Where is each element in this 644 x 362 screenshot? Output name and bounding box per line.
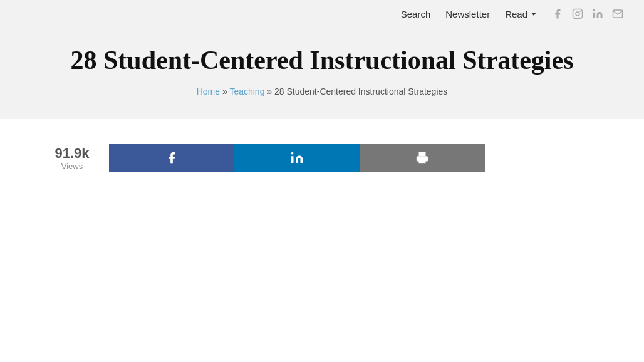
- svg-rect-7: [419, 159, 426, 163]
- breadcrumb-teaching[interactable]: Teaching: [229, 86, 264, 96]
- linkedin-share-icon: [290, 151, 304, 165]
- svg-point-2: [579, 11, 581, 12]
- facebook-icon[interactable]: [551, 8, 564, 20]
- svg-rect-5: [291, 157, 294, 163]
- content-area: 91.9k Views: [0, 119, 644, 357]
- svg-rect-3: [593, 13, 595, 18]
- svg-rect-0: [573, 9, 583, 19]
- views-label: Views: [61, 162, 83, 171]
- social-icons-group: [551, 8, 624, 20]
- share-buttons-group: [109, 144, 485, 172]
- print-icon: [415, 151, 429, 165]
- search-nav-link[interactable]: Search: [401, 9, 431, 19]
- breadcrumb: Home » Teaching » 28 Student-Centered In…: [25, 86, 619, 96]
- svg-point-1: [576, 12, 579, 16]
- views-counter: 91.9k Views: [50, 145, 94, 171]
- email-icon[interactable]: [611, 8, 624, 20]
- hero-section: 28 Student-Centered Instructional Strate…: [0, 28, 644, 119]
- views-number: 91.9k: [55, 145, 89, 162]
- newsletter-nav-link[interactable]: Newsletter: [445, 9, 490, 19]
- facebook-share-icon: [165, 151, 179, 165]
- breadcrumb-home[interactable]: Home: [197, 86, 220, 96]
- chevron-down-icon: [531, 13, 536, 16]
- svg-point-4: [593, 9, 595, 11]
- page-title: 28 Student-Centered Instructional Strate…: [25, 45, 619, 75]
- share-area: 91.9k Views: [25, 144, 619, 172]
- linkedin-share-button[interactable]: [234, 144, 360, 172]
- instagram-icon[interactable]: [571, 8, 584, 20]
- svg-point-6: [291, 152, 294, 155]
- read-nav-link[interactable]: Read: [505, 9, 536, 19]
- print-share-button[interactable]: [360, 144, 485, 172]
- top-navigation: Search Newsletter Read: [0, 0, 644, 28]
- breadcrumb-separator-2: »: [264, 86, 274, 96]
- facebook-share-button[interactable]: [109, 144, 234, 172]
- linkedin-icon[interactable]: [591, 8, 604, 20]
- breadcrumb-current: 28 Student-Centered Instructional Strate…: [274, 86, 447, 96]
- breadcrumb-separator-1: »: [220, 86, 229, 96]
